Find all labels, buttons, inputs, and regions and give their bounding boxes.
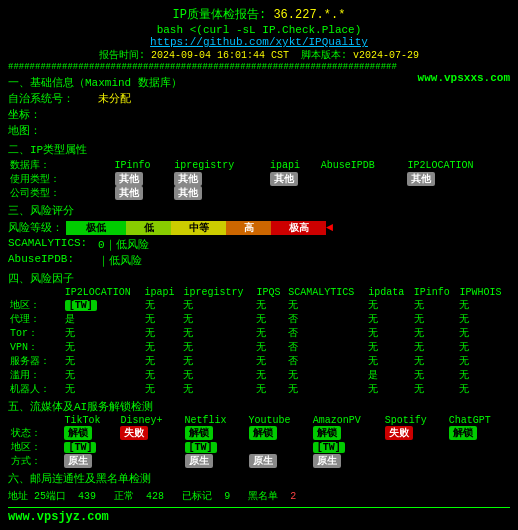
server-scam: 否 [286,354,366,368]
proxy-ipinfo: 无 [412,312,458,326]
risk-arrow: ◄ [326,221,333,235]
abuse-ipwhois: 无 [457,368,510,382]
abuseipdb-label: AbuseIPDB: [8,253,98,268]
s5-col-tiktok: TikTok [61,415,117,426]
tor-scam: 否 [286,326,366,340]
region-row: 自治系统号： 未分配 [8,91,182,106]
company-type-ipinfo: 其他 [115,186,143,200]
proxy-ip2l: 是 [63,312,143,326]
marked-val: 9 [224,491,230,502]
risk-veryhigh: 极高 [271,221,326,235]
bot-scam: 无 [286,382,366,396]
s4-col-ipwhois: IPWHOIS [457,287,510,298]
region-youtube [246,440,310,454]
abuse-scam: 无 [286,368,366,382]
bot-ipdata: 无 [366,382,412,396]
method-amazonpv: 原生 [313,454,341,468]
s4-col-scamalytics: SCAMALYTICS [286,287,366,298]
db25-val: 439 [78,491,96,502]
region-chatgpt [446,440,510,454]
col-ip2location: IP2LOCATION [405,158,510,172]
abuse-ip2l: 无 [63,368,143,382]
s4-col-ipdata: ipdata [366,287,412,298]
server-ip2l: 无 [63,354,143,368]
s4-col-ip2location: IP2LOCATION [63,287,143,298]
region-disney [117,440,181,454]
tor-label: Tor： [8,326,63,340]
region-spotify [382,440,446,454]
tor-ipdata: 无 [366,326,412,340]
vpn-ipdata: 无 [366,340,412,354]
bot-ipreg: 无 [181,382,254,396]
abuse-ipapi: 无 [143,368,182,382]
use-type-ipregistry: 其他 [174,172,202,186]
section4-header: 四、风险因子 [8,271,510,286]
link-line: https://github.com/xykt/IPQuality [8,36,510,48]
region-netflix: [TW] [185,442,217,453]
status-label: 状态： [8,426,61,440]
s4-col-ipqs: IPQS [254,287,286,298]
scamalytics-val: 0｜低风险 [98,237,149,252]
s4-empty [8,287,63,298]
bot-ipinfo: 无 [412,382,458,396]
report-time: 2024-09-04 16:01:44 CST [151,50,289,61]
col-ipinfo: IPinfo [113,158,173,172]
s5-method-label: 方式： [8,454,61,468]
s5-col-youtube: Youtube [246,415,310,426]
use-type-label: 使用类型： [8,172,113,186]
col-abuseipdb: AbuseIPDB [319,158,406,172]
section5-table: TikTok Disney+ Netflix Youtube AmazonPV … [8,415,510,468]
report-container: IP质量体检报告: 36.227.*.* bash <(curl -sL IP.… [8,6,510,524]
region-ipqs: 无 [254,298,286,312]
footer-url: www.vpsjyz.com [8,510,109,524]
proxy-ipwhois: 无 [457,312,510,326]
region-ipinfo: 无 [412,298,458,312]
s4-col-ipregistry: ipregistry [181,287,254,298]
method-netflix: 原生 [185,454,213,468]
s5-col-chatgpt: ChatGPT [446,415,510,426]
server-label: 服务器： [8,354,63,368]
scamalytics-label: SCAMALYTICS: [8,237,98,252]
tor-ipreg: 无 [181,326,254,340]
proxy-ipqs: 无 [254,312,286,326]
section4-table: IP2LOCATION ipapi ipregistry IPQS SCAMAL… [8,287,510,396]
tor-ipwhois: 无 [457,326,510,340]
vpn-label: VPN： [8,340,63,354]
status-youtube: 解锁 [249,426,277,440]
risk-low: 低 [126,221,171,235]
region-amazonpv: [TW] [313,442,345,453]
vpn-ipwhois: 无 [457,340,510,354]
cmd-text: bash <(curl -sL IP.Check.Place) [157,24,362,36]
region-tiktok: [TW] [64,442,96,453]
company-type-ipregistry: 其他 [174,186,202,200]
section2-table: 数据库： IPinfo ipregistry ipapi AbuseIPDB I… [8,158,510,200]
bot-ipqs: 无 [254,382,286,396]
section1-header: 一、基础信息（Maxmind 数据库） [8,75,182,90]
vpn-ipapi: 无 [143,340,182,354]
region-ip2l: [TW] [65,300,97,311]
method-chatgpt [446,454,510,468]
bot-ipapi: 无 [143,382,182,396]
pass-label: 正常 [114,489,134,503]
s5-col-disney: Disney+ [117,415,181,426]
status-amazonpv: 解锁 [313,426,341,440]
blacklist-label: 黑名单 [248,489,278,503]
s5-col-netflix: Netflix [182,415,246,426]
github-link[interactable]: https://github.com/xykt/IPQuality [150,36,368,48]
abuse-label: 滥用： [8,368,63,382]
server-ipdata: 无 [366,354,412,368]
risk-high: 高 [226,221,271,235]
script-version: v2024-07-29 [353,50,419,61]
bot-ip2l: 无 [63,382,143,396]
section6-header: 六、邮局连通性及黑名单检测 [8,471,510,486]
abuseipdb-row: AbuseIPDB: ｜低风险 [8,253,510,268]
section5-header: 五、流媒体及AI服务解锁检测 [8,399,510,414]
report-meta: 报告时间: 2024-09-04 16:01:44 CST 脚本版本: v202… [8,48,510,62]
method-disney [117,454,181,468]
proxy-ipreg: 无 [181,312,254,326]
marked-label: 已标记 [182,489,212,503]
tor-ipqs: 无 [254,326,286,340]
use-type-ip2location: 其他 [407,172,435,186]
region-scam: 无 [286,298,366,312]
region-label: 自治系统号： [8,91,98,106]
